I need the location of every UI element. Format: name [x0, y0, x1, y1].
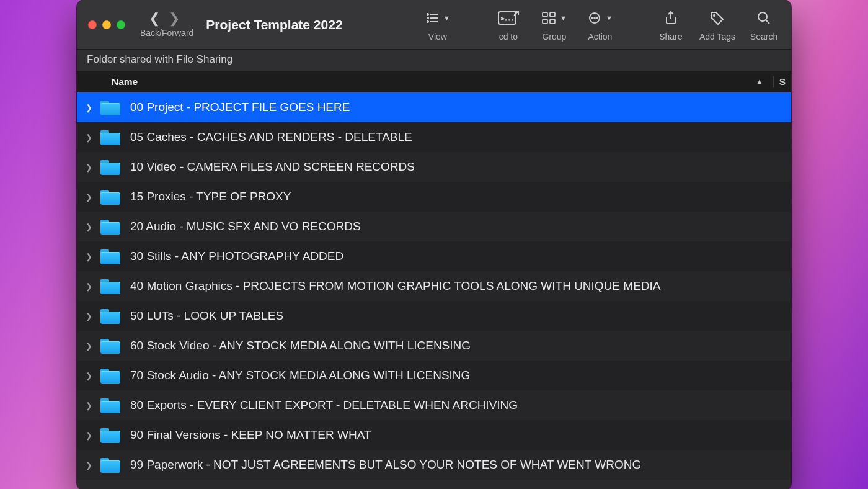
folder-icon [100, 278, 120, 294]
svg-point-15 [596, 17, 598, 19]
toolbar-group-label: Group [542, 32, 566, 42]
svg-point-17 [758, 12, 767, 21]
disclosure-triangle-icon[interactable]: ❯ [86, 431, 95, 440]
folder-row[interactable]: ❯20 Audio - MUSIC SFX AND VO RECORDS [77, 212, 791, 241]
disclosure-triangle-icon[interactable]: ❯ [86, 252, 95, 261]
folder-name: 15 Proxies - TYPE OF PROXY [130, 190, 291, 204]
disclosure-triangle-icon[interactable]: ❯ [86, 163, 95, 172]
folder-name: 10 Video - CAMERA FILES AND SCREEN RECOR… [130, 160, 415, 174]
folder-name: 40 Motion Graphics - PROJECTS FROM MOTIO… [130, 279, 661, 293]
svg-rect-10 [542, 19, 547, 24]
folder-row[interactable]: ❯80 Exports - EVERY CLIENT EXPORT - DELE… [77, 390, 791, 420]
disclosure-triangle-icon[interactable]: ❯ [86, 133, 95, 142]
svg-point-13 [591, 17, 593, 19]
svg-point-2 [427, 17, 428, 19]
folder-icon [100, 99, 120, 115]
folder-icon [100, 248, 120, 264]
folder-name: 05 Caches - CACHES AND RENDERS - DELETAB… [130, 130, 412, 144]
disclosure-triangle-icon[interactable]: ❯ [86, 341, 95, 351]
folder-name: 60 Stock Video - ANY STOCK MEDIA ALONG W… [130, 339, 471, 352]
list-view-icon [425, 12, 440, 24]
search-icon [756, 11, 771, 25]
folder-row[interactable]: ❯15 Proxies - TYPE OF PROXY [77, 182, 791, 212]
column-name-header[interactable]: Name [77, 76, 746, 87]
toolbar-add-tags[interactable]: Add Tags [699, 8, 735, 42]
folder-icon [100, 129, 120, 145]
disclosure-triangle-icon[interactable]: ❯ [86, 460, 95, 470]
disclosure-triangle-icon[interactable]: ❯ [86, 103, 95, 112]
action-menu-icon [588, 11, 603, 25]
disclosure-triangle-icon[interactable]: ❯ [86, 282, 95, 291]
folder-row[interactable]: ❯30 Stills - ANY PHOTOGRAPHY ADDED [77, 241, 791, 271]
forward-button[interactable]: ❯ [169, 11, 188, 26]
svg-rect-11 [550, 19, 555, 24]
toolbar-view-label: View [428, 32, 447, 42]
grid-icon [542, 12, 557, 24]
toolbar-action[interactable]: ▼ Action [583, 8, 618, 42]
folder-row[interactable]: ❯40 Motion Graphics - PROJECTS FROM MOTI… [77, 271, 791, 301]
folder-row[interactable]: ❯99 Paperwork - NOT JUST AGREEMENTS BUT … [77, 450, 791, 480]
toolbar-cdto[interactable]: >... cd to [491, 8, 526, 42]
toolbar-search-label: Search [750, 32, 777, 42]
finder-window: ❮❯ Back/Forward Project Template 2022 ▼ … [77, 0, 791, 489]
folder-row[interactable]: ❯00 Project - PROJECT FILE GOES HERE [77, 92, 791, 122]
disclosure-triangle-icon[interactable]: ❯ [86, 192, 95, 202]
folder-row[interactable]: ❯90 Final Versions - KEEP NO MATTER WHAT [77, 420, 791, 450]
svg-point-4 [427, 20, 428, 22]
column-next-header[interactable]: S [774, 76, 791, 87]
tag-icon [709, 11, 725, 25]
folder-icon [100, 308, 120, 324]
folder-name: 70 Stock Audio - ANY STOCK MEDIA ALONG W… [130, 369, 470, 382]
folder-icon [100, 218, 120, 235]
folder-name: 30 Stills - ANY PHOTOGRAPHY ADDED [130, 249, 343, 263]
svg-rect-8 [542, 12, 547, 17]
toolbar-action-label: Action [588, 32, 612, 42]
folder-row[interactable]: ❯10 Video - CAMERA FILES AND SCREEN RECO… [77, 152, 791, 182]
disclosure-triangle-icon[interactable]: ❯ [86, 401, 95, 410]
disclosure-triangle-icon[interactable]: ❯ [86, 222, 95, 231]
folder-icon [100, 397, 120, 413]
disclosure-triangle-icon[interactable]: ❯ [86, 312, 95, 321]
disclosure-triangle-icon[interactable]: ❯ [86, 371, 95, 380]
toolbar-view[interactable]: ▼ View [420, 8, 455, 42]
folder-name: 80 Exports - EVERY CLIENT EXPORT - DELET… [130, 398, 518, 412]
window-title: Project Template 2022 [206, 17, 342, 32]
folder-icon [100, 189, 120, 205]
folder-icon [100, 427, 120, 443]
folder-row[interactable]: ❯60 Stock Video - ANY STOCK MEDIA ALONG … [77, 331, 791, 361]
toolbar: ❮❯ Back/Forward Project Template 2022 ▼ … [77, 0, 791, 50]
sharing-info-bar: Folder shared with File Sharing [77, 50, 791, 71]
folder-name: 90 Final Versions - KEEP NO MATTER WHAT [130, 428, 371, 442]
terminal-icon: >... [498, 10, 519, 26]
traffic-lights [88, 20, 125, 29]
folder-name: 99 Paperwork - NOT JUST AGREEMENTS BUT A… [130, 458, 641, 472]
folder-row[interactable]: ❯50 LUTs - LOOK UP TABLES [77, 301, 791, 331]
toolbar-cdto-label: cd to [499, 32, 518, 42]
svg-point-0 [427, 13, 428, 15]
folder-name: 00 Project - PROJECT FILE GOES HERE [130, 101, 350, 114]
close-window-button[interactable] [88, 20, 97, 29]
toolbar-share[interactable]: Share [653, 8, 688, 42]
folder-name: 50 LUTs - LOOK UP TABLES [130, 309, 283, 323]
toolbar-add-tags-label: Add Tags [699, 32, 735, 42]
folder-icon [100, 457, 120, 473]
chevron-down-icon: ▼ [560, 14, 567, 22]
back-button[interactable]: ❮ [149, 11, 169, 26]
folder-row[interactable]: ❯70 Stock Audio - ANY STOCK MEDIA ALONG … [77, 361, 791, 390]
chevron-down-icon: ▼ [606, 14, 613, 22]
file-list: ❯00 Project - PROJECT FILE GOES HERE❯05 … [77, 92, 791, 489]
folder-row[interactable]: ❯05 Caches - CACHES AND RENDERS - DELETA… [77, 122, 791, 152]
folder-icon [100, 159, 120, 175]
svg-text:>...: >... [501, 16, 515, 22]
svg-line-18 [766, 20, 769, 24]
folder-icon [100, 338, 120, 354]
column-header: Name ▲ S [77, 71, 791, 92]
toolbar-group[interactable]: ▼ Group [537, 8, 572, 42]
minimize-window-button[interactable] [102, 20, 111, 29]
chevron-down-icon: ▼ [443, 14, 450, 22]
zoom-window-button[interactable] [117, 20, 125, 29]
toolbar-search[interactable]: Search [746, 8, 781, 42]
svg-point-16 [713, 14, 715, 17]
nav-label: Back/Forward [140, 28, 193, 38]
sort-ascending-icon[interactable]: ▲ [746, 77, 773, 86]
